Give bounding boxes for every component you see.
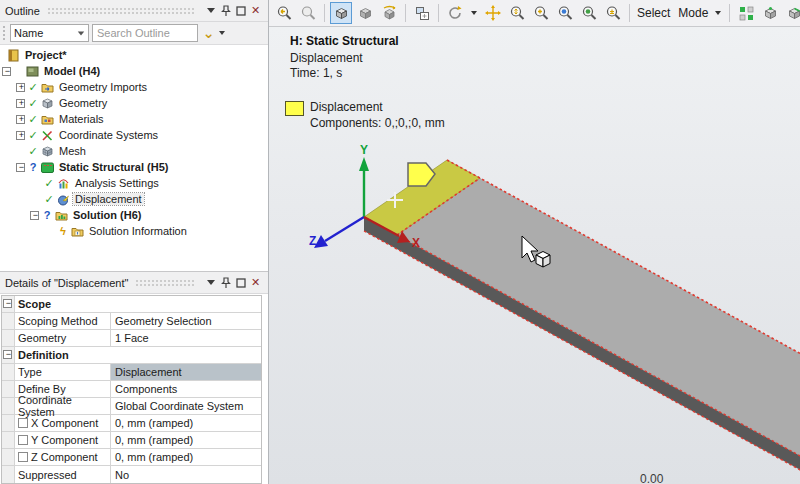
details-section-definition[interactable]: Definition [2,347,261,364]
zoom-back-button[interactable] [273,2,295,24]
property-label: X Component [15,415,111,431]
property-value[interactable]: Components [111,381,261,397]
collapse-expander[interactable] [2,67,11,76]
tree-item-label: Solution Information [87,225,189,237]
iso-view-button[interactable] [330,2,352,24]
collapse-expander[interactable] [30,211,39,220]
legend-components: Components: 0,;0,;0, mm [310,116,445,130]
toolbar-separator [438,4,439,22]
previous-view-button[interactable] [354,2,376,24]
outline-title: Outline [5,5,40,17]
x-component-checkbox[interactable] [18,418,28,428]
viewport-analysis-title: H: Static Structural [290,34,399,48]
name-filter-dropdown[interactable]: Name [10,24,89,42]
property-value[interactable]: Geometry Selection [111,313,261,329]
details-pin-button[interactable] [218,275,233,290]
model-icon [26,65,39,78]
tree-item-label: Geometry [57,97,109,109]
property-label: Coordinate System [15,398,111,414]
details-table: Scope Scoping Method Geometry Selection … [1,295,262,484]
model-scene[interactable]: Y Z X 0.00 [269,27,800,484]
property-value-selected[interactable]: Displacement [111,364,261,380]
name-filter-value: Name [14,27,77,39]
tree-item-project[interactable]: Project* [0,47,268,63]
zoom-box-button[interactable] [578,2,600,24]
check-icon [28,113,38,126]
outline-menu-button[interactable] [203,3,218,18]
outline-maximize-button[interactable] [233,3,248,18]
property-value[interactable]: 1 Face [111,330,261,346]
tree-item-label: Mesh [57,145,88,157]
collapse-expander[interactable] [16,163,25,172]
scale-bar-label: 0.00 [640,472,664,484]
search-outline-input[interactable] [92,24,198,42]
check-icon [28,97,38,110]
expand-tree-button[interactable] [201,26,216,41]
expand-expander[interactable] [16,115,25,124]
mode-label[interactable]: Mode [676,6,710,20]
legend-color-swatch [285,101,304,116]
outline-close-button[interactable] [248,3,263,18]
select-label[interactable]: Select [635,6,672,20]
chevron-down-icon [207,8,215,13]
zoom-button[interactable] [506,2,528,24]
z-component-checkbox[interactable] [18,452,28,462]
triad-z-label: Z [309,234,316,248]
property-value[interactable]: 0, mm (ramped) [111,449,261,465]
extend-selection-button[interactable] [735,2,757,24]
vertex-select-button[interactable] [759,2,781,24]
y-component-checkbox[interactable] [18,435,28,445]
details-maximize-button[interactable] [233,275,248,290]
tree-item-geometry[interactable]: Geometry [0,95,268,111]
drag-grip[interactable] [2,25,7,41]
chevron-down-icon[interactable] [219,31,225,35]
tree-item-solution[interactable]: Solution (H6) [0,207,268,223]
model-viewport[interactable]: H: Static Structural Displacement Time: … [269,27,800,484]
details-row-y-component: Y Component 0, mm (ramped) [2,432,261,449]
rotate-button[interactable] [444,2,466,24]
property-value[interactable]: No [111,466,261,483]
zoom-out-button[interactable] [602,2,624,24]
property-label: Type [15,364,111,380]
zoom-forward-button[interactable] [297,2,319,24]
section-label: Definition [15,347,261,363]
tree-item-geometry-imports[interactable]: Geometry Imports [0,79,268,95]
property-value[interactable]: Global Coordinate System [111,398,261,414]
expand-expander[interactable] [16,99,25,108]
tree-item-static-structural[interactable]: Static Structural (H5) [0,159,268,175]
viewport-time-label: Time: 1, s [290,66,342,80]
tree-item-solution-information[interactable]: Solution Information [0,223,268,239]
pan-button[interactable] [482,2,504,24]
check-icon [28,129,38,142]
rotate-dropdown-caret[interactable] [471,11,477,15]
property-value[interactable]: 0, mm (ramped) [111,432,261,448]
details-title: Details of "Displacement" [5,277,128,289]
property-label: Y Component [15,432,111,448]
property-value[interactable]: 0, mm (ramped) [111,415,261,431]
tree-item-materials[interactable]: Materials [0,111,268,127]
tree-item-model[interactable]: Model (H4) [0,63,268,79]
viewports-button[interactable] [411,2,433,24]
expand-expander[interactable] [16,131,25,140]
collapse-expander[interactable] [3,350,12,359]
viewport-result-name: Displacement [290,51,363,65]
collapse-expander[interactable] [3,299,12,308]
tree-item-analysis-settings[interactable]: Analysis Settings [0,175,268,191]
expand-expander[interactable] [16,83,25,92]
details-row-geometry: Geometry 1 Face [2,330,261,347]
tree-item-mesh[interactable]: Mesh [0,143,268,159]
zoom-in-button[interactable] [530,2,552,24]
zoom-fit-button[interactable] [554,2,576,24]
details-section-scope[interactable]: Scope [2,296,261,313]
tree-item-coordinate-systems[interactable]: Coordinate Systems [0,127,268,143]
ansys-mechanical-window: Outline Name Project* [0,0,800,484]
edge-select-button[interactable] [783,2,800,24]
details-close-button[interactable] [248,275,263,290]
details-row-coordinate-system: Coordinate System Global Coordinate Syst… [2,398,261,415]
rotate-view-button[interactable] [378,2,400,24]
displacement-icon [57,193,70,206]
details-menu-button[interactable] [203,275,218,290]
mode-dropdown-caret[interactable] [715,11,721,15]
outline-pin-button[interactable] [218,3,233,18]
tree-item-displacement[interactable]: Displacement [0,191,268,207]
